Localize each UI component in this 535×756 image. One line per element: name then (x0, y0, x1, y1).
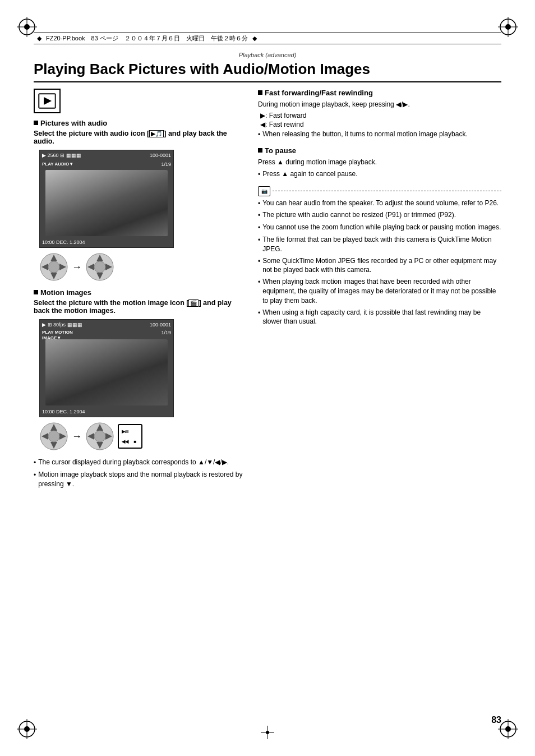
section2-title: Motion images (40, 288, 91, 297)
info-text-5: Some QuickTime Motion JPEG files recorde… (262, 256, 501, 275)
section2-bullet (34, 290, 38, 294)
info-bullet-3: • You cannot use the zoom function while… (258, 223, 501, 233)
media-ctrl-empty (131, 427, 140, 436)
info-text-3: You cannot use the zoom function while p… (262, 223, 501, 233)
info-dot-6: • (258, 278, 260, 305)
info-text-7: When using a high capacity card, it is p… (262, 308, 501, 327)
section-ff-bullet (258, 90, 262, 95)
info-bullet-7: • When using a high capacity card, it is… (258, 308, 501, 327)
section-pause: To pause Press ▲ during motion image pla… (258, 146, 501, 179)
left-bullet-2-text: Motion image playback stops and the norm… (38, 470, 247, 489)
left-bullet-1-text: The cursor displayed during playback cor… (38, 458, 229, 468)
dpad-2 (39, 422, 68, 451)
svg-point-27 (48, 261, 59, 273)
section1-title: Pictures with audio (40, 119, 107, 127)
screen2-datetime: 10:00 DEC. 1.2004 (42, 409, 85, 414)
media-ctrl-play: ▶/II (121, 427, 130, 436)
page-number: 83 (491, 715, 501, 725)
screen1-top-right: 100-0001 (150, 153, 171, 158)
page-title: Playing Back Pictures with Audio/Motion … (34, 61, 501, 82)
screen2-image (45, 339, 168, 405)
section-ff-header: Fast forwarding/Fast rewinding (258, 89, 501, 97)
ff-item-1: ▶: Fast forward (260, 112, 501, 119)
svg-point-3 (24, 24, 30, 30)
info-bullet-5: • Some QuickTime Motion JPEG files recor… (258, 256, 501, 275)
section2-body-bold: Select the picture with the motion image… (34, 299, 232, 315)
section1-body: Select the picture with audio icon [▶🎵] … (34, 130, 247, 145)
media-ctrl-icon: ▶/II ◀◀ ■ (118, 424, 142, 449)
info-bullet-4: • The file format that can be played bac… (258, 235, 501, 254)
ff-note-dot: • (258, 130, 260, 140)
dpad-area-1: → (39, 252, 247, 282)
media-ctrl-rewind: ◀◀ (121, 437, 130, 446)
section2-header: Motion images (34, 288, 247, 297)
header-arrow: ◆ (37, 35, 41, 42)
section-ff-title: Fast forwarding/Fast rewinding (265, 89, 373, 97)
section1-bullet (34, 121, 38, 125)
screen2-top-left: ▶ ⊞ 30fps ▦▦▦ (42, 322, 82, 328)
screen2-top: ▶ ⊞ 30fps ▦▦▦ 100-0001 (42, 322, 171, 328)
svg-point-39 (48, 431, 59, 442)
info-text-1: You can hear audio from the speaker. To … (262, 199, 499, 209)
info-dot-7: • (258, 308, 260, 327)
info-bullet-2: • The picture with audio cannot be resiz… (258, 210, 501, 220)
section-pause-header: To pause (258, 146, 501, 155)
screen1-bottom: 10:00 DEC. 1.2004 (42, 239, 171, 245)
main-content: Pictures with audio Select the picture w… (34, 89, 501, 491)
header-arrow-right: ◆ (252, 35, 257, 42)
svg-point-33 (94, 261, 105, 273)
info-text-2: The picture with audio cannot be resized… (262, 210, 456, 220)
corner-mark-bl (17, 719, 37, 739)
info-dot-2: • (258, 211, 260, 220)
right-column: Fast forwarding/Fast rewinding During mo… (258, 89, 501, 491)
header-file-info: FZ20-PP.book 83 ページ ２００４年７月６日 火曜日 午後２時６分 (46, 34, 248, 43)
section1-body-bold: Select the picture with audio icon [▶🎵] … (34, 130, 227, 145)
info-text-4: The file format that can be played back … (262, 235, 501, 254)
screen2-top-right: 100-0001 (150, 322, 171, 328)
info-box-header: 📷 (258, 186, 501, 196)
screen1-counter: 1/19 (161, 162, 171, 167)
left-column: Pictures with audio Select the picture w… (34, 89, 247, 491)
pause-note: • Press ▲ again to cancel pause. (258, 169, 501, 179)
svg-point-11 (24, 726, 30, 732)
section-ff: Fast forwarding/Fast rewinding During mo… (258, 89, 501, 140)
svg-point-7 (505, 24, 511, 30)
screen1-image (45, 170, 168, 236)
section-ff-body: During motion image playback, keep press… (258, 99, 501, 109)
dpad-1 (39, 252, 68, 282)
arrow-to-2: → (72, 431, 82, 442)
section-label: Playback (advanced) (0, 52, 535, 58)
screen2-bottom: 10:00 DEC. 1.2004 (42, 409, 171, 414)
bullet-dot-2: • (34, 471, 36, 489)
camera-screen-1: ▶ 2560 ⊞ ▦▦▦ 100-0001 PLAY AUDIO▼ 1/19 1… (39, 150, 174, 248)
svg-point-45 (94, 431, 105, 442)
bullet-dot-1: • (34, 458, 36, 468)
left-bullet-2: • Motion image playback stops and the no… (34, 470, 247, 489)
info-text-6: When playing back motion images that hav… (262, 277, 501, 305)
pause-note-text: Press ▲ again to cancel pause. (262, 169, 357, 179)
section-pause-body: Press ▲ during motion image playback. (258, 157, 501, 167)
arrow-to-1: → (72, 261, 82, 273)
section2-body: Select the picture with the motion image… (34, 299, 247, 315)
ff-note-text: When releasing the button, it turns to n… (262, 130, 468, 140)
dash-line (273, 191, 501, 191)
header-bar: ◆ FZ20-PP.book 83 ページ ２００４年７月６日 火曜日 午後２時… (34, 33, 501, 44)
svg-point-18 (266, 731, 269, 734)
dpad-1b (85, 252, 114, 282)
pause-note-dot: • (258, 170, 260, 179)
info-dot-3: • (258, 223, 260, 233)
info-bullet-6: • When playing back motion images that h… (258, 277, 501, 305)
screen1-play-label: PLAY AUDIO▼ (42, 162, 73, 167)
bottom-center-mark (261, 726, 274, 739)
camera-icon-box (34, 89, 61, 113)
section-pause-title: To pause (265, 146, 296, 155)
info-dot-1: • (258, 199, 260, 209)
section1-header: Pictures with audio (34, 119, 247, 127)
info-icon: 📷 (258, 186, 270, 196)
screen2-counter: 1/19 (161, 330, 171, 335)
dpad-2b (85, 422, 114, 451)
info-dot-5: • (258, 257, 260, 275)
info-dot-4: • (258, 236, 260, 254)
dpad-area-2: → ▶/II ◀◀ ■ (39, 422, 247, 451)
info-bullet-1: • You can hear audio from the speaker. T… (258, 199, 501, 209)
